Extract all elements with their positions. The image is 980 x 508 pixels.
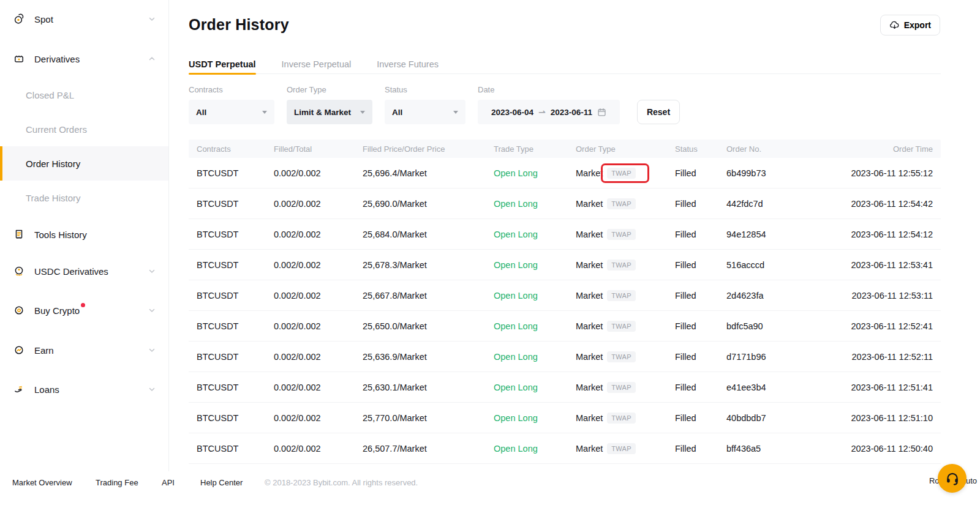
main-content: Order History Export USDT Perpetual Inve… [169,0,980,471]
order-type-text: Market [576,260,603,270]
order-type-text: Market [576,383,603,392]
cell-filled-total: 0.002/0.002 [266,383,355,392]
cell-status: Filled [667,321,718,331]
sidebar-item-tools-history[interactable]: Tools History [0,217,168,252]
sidebar-item-derivatives[interactable]: Derivatives [0,42,168,76]
order-type-text: Market [576,230,603,239]
derivatives-icon [13,53,25,65]
table-row[interactable]: BTCUSDT 0.002/0.002 25,650.0/Market Open… [189,311,941,342]
twap-tag: TWAP [607,443,636,454]
loans-icon [13,383,25,395]
status-select-value: All [392,108,402,117]
sidebar-item-closed-pnl[interactable]: Closed P&L [0,78,168,112]
col-header-contracts: Contracts [189,144,266,154]
footer-link-api[interactable]: API [162,478,175,487]
tab-inverse-perpetual[interactable]: Inverse Perpetual [282,54,352,73]
calendar-icon [597,108,606,117]
cell-filled-total: 0.002/0.002 [266,199,355,209]
cell-order-no: 94e12854 [718,230,823,239]
cell-price: 25,630.1/Market [355,383,486,392]
order-type-select[interactable]: Limit & Market [287,100,372,124]
col-header-order-type: Order Type [568,144,667,154]
sidebar-item-order-history[interactable]: Order History [0,146,168,181]
footer-link-trading-fee[interactable]: Trading Fee [96,478,138,487]
col-header-filled-price: Filled Price/Order Price [355,144,486,154]
cell-order-time: 2023-06-11 12:51:41 [823,383,941,392]
cell-contract: BTCUSDT [189,444,266,454]
cell-order-type: MarketTWAP [568,229,667,240]
status-select[interactable]: All [385,100,466,124]
table-row[interactable]: BTCUSDT 0.002/0.002 25,696.4/Market Open… [189,158,941,189]
status-filter-label: Status [385,85,407,94]
sidebar-item-buy-crypto[interactable]: Buy Crypto [0,293,168,327]
cell-order-no: e41ee3b4 [718,383,823,392]
sidebar-item-label: Buy Crypto [34,305,80,316]
cell-price: 25,678.3/Market [355,260,486,270]
sidebar-item-label: Derivatives [34,54,80,64]
cell-price: 25,690.0/Market [355,199,486,209]
sidebar-item-loans[interactable]: Loans [0,372,168,406]
export-button[interactable]: Export [880,15,940,35]
tab-usdt-perpetual[interactable]: USDT Perpetual [189,54,256,73]
date-filter-label: Date [478,85,494,94]
order-type-text: Market [576,291,603,301]
cell-order-time: 2023-06-11 12:51:10 [823,413,941,423]
table-header-row: Contracts Filled/Total Filled Price/Orde… [189,140,941,158]
chevron-down-icon [148,15,156,23]
table-row[interactable]: BTCUSDT 0.002/0.002 25,770.0/Market Open… [189,403,941,433]
table-row[interactable]: BTCUSDT 0.002/0.002 25,678.3/Market Open… [189,250,941,280]
cell-order-type: MarketTWAP [568,382,667,393]
cell-contract: BTCUSDT [189,291,266,301]
cell-status: Filled [667,291,718,301]
cell-trade-type: Open Long [486,444,568,454]
table-row[interactable]: BTCUSDT 0.002/0.002 25,684.0/Market Open… [189,219,941,250]
cell-order-type: MarketTWAP [568,443,667,454]
cell-filled-total: 0.002/0.002 [266,321,355,331]
reset-button[interactable]: Reset [637,100,680,124]
cell-trade-type: Open Long [486,352,568,362]
sidebar-item-spot[interactable]: Spot [0,2,168,36]
cell-price: 25,667.8/Market [355,291,486,301]
cell-contract: BTCUSDT [189,352,266,362]
col-header-status: Status [667,144,718,154]
footer-link-help-center[interactable]: Help Center [200,478,243,487]
sidebar-item-usdc-derivatives[interactable]: USDC Derivatives [0,254,168,288]
table-row[interactable]: BTCUSDT 0.002/0.002 25,636.9/Market Open… [189,342,941,372]
sidebar: Spot Derivatives Closed P&L Current Orde… [0,0,169,471]
sidebar-item-earn[interactable]: Earn [0,333,168,367]
table-row[interactable]: BTCUSDT 0.002/0.002 25,667.8/Market Open… [189,280,941,311]
sidebar-item-current-orders[interactable]: Current Orders [0,112,168,146]
cell-status: Filled [667,352,718,362]
cell-status: Filled [667,413,718,423]
support-chat-button[interactable] [938,464,967,493]
cell-order-type: MarketTWAP [568,290,667,301]
cell-price: 25,770.0/Market [355,413,486,423]
table-row[interactable]: BTCUSDT 0.002/0.002 25,630.1/Market Open… [189,372,941,403]
cell-trade-type: Open Long [486,321,568,331]
contracts-select[interactable]: All [189,100,274,124]
cell-order-time: 2023-06-11 12:55:12 [823,168,941,178]
twap-tag: TWAP [607,168,636,179]
cell-contract: BTCUSDT [189,230,266,239]
cell-order-time: 2023-06-11 12:54:12 [823,230,941,239]
copyright-text: © 2018-2023 Bybit.com. All rights reserv… [265,478,418,487]
sidebar-item-trade-history[interactable]: Trade History [0,181,168,215]
twap-tag: TWAP [607,260,636,271]
buy-crypto-icon [13,304,25,316]
twap-tag: TWAP [607,229,636,240]
chevron-down-icon [148,306,156,315]
notification-dot [81,303,85,307]
contracts-select-value: All [196,108,206,117]
date-range-arrow-icon: ⇀ [538,108,546,116]
cell-price: 25,650.0/Market [355,321,486,331]
cell-order-time: 2023-06-11 12:50:40 [823,444,941,454]
table-row[interactable]: BTCUSDT 0.002/0.002 25,690.0/Market Open… [189,189,941,219]
date-range-picker[interactable]: 2023-06-04 ⇀ 2023-06-11 [478,100,620,124]
order-type-text: Market [576,321,603,331]
table-row[interactable]: BTCUSDT 0.002/0.002 26,507.7/Market Open… [189,433,941,464]
sidebar-item-label: Trade History [26,193,80,203]
tab-inverse-futures[interactable]: Inverse Futures [377,54,439,73]
footer-link-market-overview[interactable]: Market Overview [12,478,72,487]
order-type-select-value: Limit & Market [294,108,351,117]
col-header-trade-type: Trade Type [486,144,568,154]
